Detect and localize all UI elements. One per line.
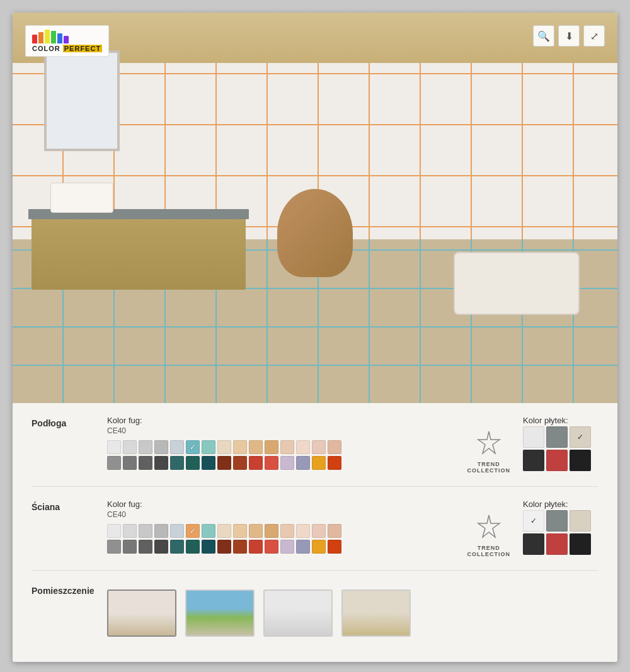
color-swatch[interactable] [265,440,278,454]
color-swatch[interactable] [139,540,152,554]
room-scene-preview [108,591,175,635]
floor-fug-title: Kolor fug: [107,416,455,425]
download-button[interactable]: ⬇ [558,25,580,47]
floor-tile-section: Kolor płytek: [523,416,598,471]
floor-label: Podłoga [32,416,107,428]
color-swatch[interactable] [170,440,184,454]
wall-trend-icon [473,512,505,544]
color-swatch[interactable] [280,540,294,554]
wall-trend-section[interactable]: TRENDCOLLECTION [467,499,511,557]
tile-swatch[interactable] [570,450,591,471]
color-swatch[interactable] [123,456,137,470]
room-thumbnail[interactable] [185,589,255,637]
color-swatch[interactable] [170,524,184,538]
color-swatch[interactable] [233,524,247,538]
color-swatch[interactable] [123,540,137,554]
tile-color-row [523,510,598,532]
color-swatch[interactable] [107,540,121,554]
color-swatch[interactable] [296,540,310,554]
color-swatch[interactable] [296,440,310,454]
color-swatch[interactable] [312,456,326,470]
room-thumbnail[interactable] [263,589,333,637]
color-swatch[interactable] [154,456,168,470]
tile-swatch[interactable] [546,510,568,532]
tile-swatch[interactable] [570,533,591,555]
color-swatch[interactable] [280,440,294,454]
tile-swatch[interactable] [523,450,544,471]
color-swatch[interactable] [202,540,215,554]
color-swatch[interactable] [170,456,184,470]
color-swatch[interactable] [265,524,278,538]
wall-tile-section: Kolor płytek: [523,499,598,555]
color-swatch[interactable] [154,540,168,554]
color-swatch[interactable] [202,456,215,470]
svg-marker-0 [478,431,500,453]
trend-label: TRENDCOLLECTION [467,461,511,474]
zoom-icon: 🔍 [537,30,550,42]
color-swatch[interactable] [328,440,341,454]
trend-icon [473,428,505,460]
room-thumbnail[interactable] [341,589,411,637]
color-swatch[interactable] [249,524,263,538]
wall-fug-grid [107,524,455,554]
color-swatch[interactable] [170,540,184,554]
color-swatch[interactable] [249,540,263,554]
logo-highlight: PERFECT [63,45,102,52]
floor-trend-section[interactable]: TRENDCOLLECTION [467,416,511,474]
color-swatch[interactable] [186,540,200,554]
color-swatch[interactable] [265,456,278,470]
bathroom-scene [13,13,617,403]
color-swatch[interactable] [312,524,326,538]
tile-swatch[interactable] [546,426,568,448]
color-swatch[interactable] [123,524,137,538]
color-swatch[interactable] [107,524,121,538]
tile-swatch[interactable] [546,450,568,471]
tile-swatch[interactable] [546,533,568,555]
color-swatch[interactable] [186,456,200,470]
color-swatch[interactable] [154,440,168,454]
color-swatch[interactable] [107,456,121,470]
color-swatch[interactable] [217,440,231,454]
color-swatch[interactable] [139,440,152,454]
color-row [107,456,455,470]
color-swatch[interactable] [280,524,294,538]
floor-tile-title: Kolor płytek: [523,416,598,425]
chair [277,189,353,277]
color-swatch[interactable] [217,524,231,538]
color-swatch[interactable] [296,524,310,538]
color-swatch[interactable] [233,440,247,454]
color-swatch[interactable] [312,540,326,554]
color-swatch[interactable] [328,524,341,538]
color-swatch[interactable] [280,456,294,470]
color-swatch[interactable] [202,440,215,454]
color-row [107,524,455,538]
color-swatch[interactable] [139,524,152,538]
color-swatch[interactable] [154,524,168,538]
tile-swatch[interactable] [570,426,591,448]
color-swatch[interactable] [328,540,341,554]
color-swatch[interactable] [186,440,200,454]
room-thumbnail[interactable] [107,589,176,637]
tile-swatch[interactable] [523,426,544,448]
tile-swatch[interactable] [523,510,544,532]
color-swatch[interactable] [217,456,231,470]
color-swatch[interactable] [233,540,247,554]
tile-swatch[interactable] [570,510,591,532]
color-swatch[interactable] [249,456,263,470]
color-swatch[interactable] [296,456,310,470]
fullscreen-button[interactable]: ⤢ [583,25,605,47]
color-swatch[interactable] [328,456,341,470]
color-swatch[interactable] [312,440,326,454]
color-swatch[interactable] [202,524,215,538]
tile-color-row [523,426,598,448]
color-swatch[interactable] [186,524,200,538]
color-swatch[interactable] [139,456,152,470]
color-swatch[interactable] [233,456,247,470]
color-swatch[interactable] [217,540,231,554]
color-swatch[interactable] [265,540,278,554]
color-swatch[interactable] [123,440,137,454]
color-swatch[interactable] [107,440,121,454]
color-swatch[interactable] [249,440,263,454]
tile-swatch[interactable] [523,533,544,555]
zoom-button[interactable]: 🔍 [533,25,554,47]
